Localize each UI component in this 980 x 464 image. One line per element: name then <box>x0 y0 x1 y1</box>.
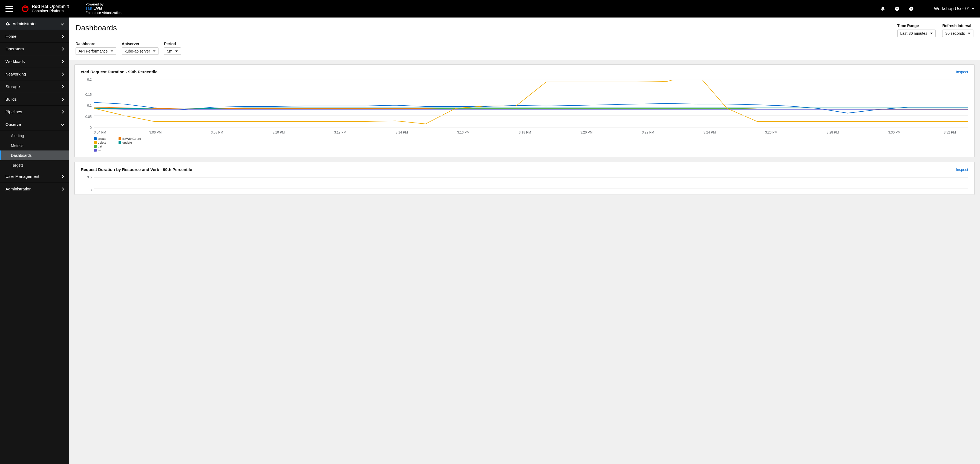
panel-title: etcd Request Duration - 99th Percentile <box>81 70 158 74</box>
chevron-right-icon <box>61 98 64 101</box>
panel-title: Request Duration by Resource and Verb - … <box>81 167 192 172</box>
select-value: 5m <box>167 49 172 53</box>
legend-update[interactable]: update <box>119 141 135 144</box>
brand-line2: Container Platform <box>32 9 69 13</box>
masthead: Red Hat OpenShift Container Platform Pow… <box>0 0 980 17</box>
chart-request-duration: 3.532.5 <box>81 177 968 195</box>
brand-line1a: Red Hat <box>32 4 48 9</box>
sidebar-item-user-management[interactable]: User Management <box>0 170 69 183</box>
sidebar-item-workloads[interactable]: Workloads <box>0 55 69 68</box>
perspective-label: Administrator <box>13 21 37 26</box>
username-label: Workshop User 01 <box>934 6 970 11</box>
legend-get[interactable]: get <box>94 145 110 148</box>
brand: Red Hat OpenShift Container Platform <box>21 5 69 13</box>
nav-label: Administration <box>5 187 32 191</box>
dashboard-filter-label: Dashboard <box>76 41 116 46</box>
sidebar-sub-dashboards[interactable]: Dashboards <box>0 151 69 160</box>
sidebar-item-pipelines[interactable]: Pipelines <box>0 106 69 118</box>
nav-label: Networking <box>5 72 26 76</box>
legend-list[interactable]: list <box>94 149 110 152</box>
inspect-link[interactable]: Inspect <box>956 70 968 74</box>
zvm-label: z/VM <box>94 6 102 11</box>
chevron-right-icon <box>61 110 64 113</box>
sidebar-item-observe[interactable]: Observe <box>0 118 69 131</box>
chart-legend: create listWithCount delete update get l… <box>94 137 968 152</box>
dashboard-select[interactable]: API Performance <box>76 47 116 55</box>
chevron-right-icon <box>61 175 64 178</box>
page-title: Dashboards <box>76 24 117 32</box>
plus-circle-icon[interactable] <box>894 6 899 11</box>
nav-label: Workloads <box>5 59 25 64</box>
chevron-right-icon <box>61 188 64 191</box>
time-range-label: Time Range <box>897 24 936 28</box>
time-range-select[interactable]: Last 30 minutes <box>897 30 936 37</box>
apiserver-filter-label: Apiserver <box>122 41 159 46</box>
chart-etcd: 0.20.150.10.050 3:04 PM3:06 PM3:08 PM3:1… <box>81 79 968 134</box>
select-value: 30 seconds <box>945 31 965 36</box>
chevron-right-icon <box>61 35 64 38</box>
nav-label: User Management <box>5 174 39 179</box>
user-menu[interactable]: Workshop User 01 <box>934 6 975 11</box>
sidebar-item-operators[interactable]: Operators <box>0 43 69 55</box>
gear-icon <box>5 22 10 26</box>
powered-by: Powered by IBM z/VM Enterprise Virtualiz… <box>86 2 121 15</box>
help-icon[interactable]: ? <box>909 6 914 11</box>
sidebar-item-administration[interactable]: Administration <box>0 183 69 195</box>
chevron-down-icon <box>61 123 64 126</box>
legend-delete[interactable]: delete <box>94 141 110 144</box>
sidebar-sub-targets[interactable]: Targets <box>0 160 69 170</box>
legend-listwithcount[interactable]: listWithCount <box>119 137 141 140</box>
panel-etcd-request-duration: etcd Request Duration - 99th Percentile … <box>75 64 975 157</box>
select-value: kube-apiserver <box>125 49 150 53</box>
inspect-link[interactable]: Inspect <box>956 167 968 172</box>
refresh-interval-select[interactable]: 30 seconds <box>942 30 974 37</box>
chevron-right-icon <box>61 85 64 88</box>
period-select[interactable]: 5m <box>164 47 181 55</box>
powered-label: Powered by <box>86 2 121 7</box>
brand-line1b: OpenShift <box>49 4 69 9</box>
refresh-interval-label: Refresh Interval <box>942 24 974 28</box>
bell-icon[interactable] <box>880 6 885 11</box>
period-filter-label: Period <box>164 41 181 46</box>
nav-label: Storage <box>5 84 20 89</box>
nav-label: Observe <box>5 122 21 127</box>
legend-create[interactable]: create <box>94 137 110 140</box>
perspective-switcher[interactable]: Administrator <box>0 17 69 30</box>
apiserver-select[interactable]: kube-apiserver <box>122 47 159 55</box>
sidebar-item-home[interactable]: Home <box>0 30 69 43</box>
sidebar: Administrator Home Operators Workloads N… <box>0 17 69 464</box>
sidebar-sub-alerting[interactable]: Alerting <box>0 131 69 141</box>
sidebar-item-builds[interactable]: Builds <box>0 93 69 106</box>
nav-label: Operators <box>5 46 24 51</box>
svg-text:?: ? <box>910 7 912 10</box>
nav-toggle[interactable] <box>5 6 13 12</box>
sidebar-item-storage[interactable]: Storage <box>0 80 69 93</box>
panel-request-duration-resource-verb: Request Duration by Resource and Verb - … <box>75 162 975 195</box>
nav-label: Home <box>5 34 16 38</box>
sidebar-item-networking[interactable]: Networking <box>0 68 69 80</box>
nav-label: Pipelines <box>5 110 22 114</box>
redhat-logo-icon <box>21 5 29 13</box>
ent-virt-label: Enterprise Virtualization <box>86 11 121 15</box>
nav-label: Builds <box>5 97 17 102</box>
ibm-label: IBM <box>86 6 92 11</box>
content: Dashboards Time Range Last 30 minutes Re… <box>69 17 980 464</box>
select-value: API Performance <box>79 49 108 53</box>
sidebar-sub-metrics[interactable]: Metrics <box>0 141 69 151</box>
chevron-right-icon <box>61 47 64 50</box>
svg-point-0 <box>22 6 28 11</box>
chevron-right-icon <box>61 60 64 63</box>
caret-down-icon <box>972 8 975 10</box>
chevron-right-icon <box>61 73 64 76</box>
chevron-down-icon <box>61 22 64 25</box>
select-value: Last 30 minutes <box>900 31 928 36</box>
